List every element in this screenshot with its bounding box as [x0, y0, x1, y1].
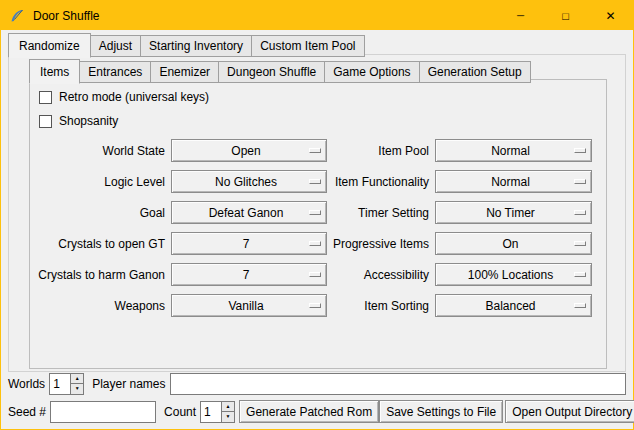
player-names-label: Player names [92, 377, 165, 391]
item-sorting-dropdown[interactable]: Balanced [435, 294, 592, 317]
worlds-spin-buttons: ▲ ▼ [70, 373, 84, 395]
app-window: Door Shuffle ─ □ ✕ Randomize Adjust Star… [0, 0, 634, 430]
client-area: Randomize Adjust Starting Inventory Cust… [1, 30, 633, 429]
timer-setting-dropdown[interactable]: No Timer [435, 201, 592, 224]
item-pool-label: Item Pool [327, 144, 435, 158]
weapons-dropdown[interactable]: Vanilla [171, 294, 327, 317]
timer-setting-value: No Timer [486, 206, 541, 220]
retro-mode-label: Retro mode (universal keys) [59, 90, 209, 104]
spin-up-icon[interactable]: ▲ [71, 374, 83, 384]
world-state-value: Open [231, 144, 266, 158]
spin-down-icon[interactable]: ▼ [71, 383, 83, 394]
save-settings-button[interactable]: Save Settings to File [379, 400, 503, 423]
item-pool-dropdown[interactable]: Normal [435, 139, 592, 162]
maximize-icon: □ [562, 10, 569, 22]
crystals-ganon-value: 7 [243, 268, 256, 282]
bottom-bar: Worlds ▲ ▼ Player names Seed # Count [8, 372, 626, 423]
retro-mode-checkbox[interactable] [39, 91, 52, 104]
tab-entrances[interactable]: Entrances [79, 61, 151, 83]
randomize-panel: Items Entrances Enemizer Dungeon Shuffle… [8, 54, 626, 372]
seed-input[interactable] [50, 401, 156, 423]
accessibility-dropdown[interactable]: 100% Locations [435, 263, 592, 286]
accessibility-value: 100% Locations [468, 268, 559, 282]
dropdown-indicator-icon [309, 210, 321, 215]
dropdown-indicator-icon [309, 241, 321, 246]
tab-starting-inventory[interactable]: Starting Inventory [140, 35, 252, 57]
tab-generation-setup[interactable]: Generation Setup [419, 61, 531, 83]
crystals-gt-value: 7 [243, 237, 256, 251]
goal-label: Goal [30, 206, 171, 220]
open-output-button[interactable]: Open Output Directory [505, 400, 634, 423]
goal-dropdown[interactable]: Defeat Ganon [171, 201, 327, 224]
shopsanity-checkbox[interactable] [39, 115, 52, 128]
crystals-ganon-dropdown[interactable]: 7 [171, 263, 327, 286]
dropdown-indicator-icon [574, 148, 586, 153]
worlds-label: Worlds [8, 377, 45, 391]
options-grid: World State Open Item Pool Normal Logic … [30, 135, 606, 321]
shopsanity-row: Shopsanity [39, 111, 606, 131]
logic-level-value: No Glitches [215, 175, 283, 189]
item-functionality-value: Normal [491, 175, 536, 189]
tab-enemizer[interactable]: Enemizer [150, 61, 219, 83]
progressive-items-dropdown[interactable]: On [435, 232, 592, 255]
spin-up-icon[interactable]: ▲ [222, 402, 234, 412]
item-pool-value: Normal [491, 144, 536, 158]
item-functionality-label: Item Functionality [327, 175, 435, 189]
weapons-label: Weapons [30, 299, 171, 313]
tab-adjust[interactable]: Adjust [90, 35, 141, 57]
tab-game-options[interactable]: Game Options [324, 61, 419, 83]
titlebar[interactable]: Door Shuffle ─ □ ✕ [1, 1, 633, 30]
dropdown-indicator-icon [574, 272, 586, 277]
tab-dungeon-shuffle[interactable]: Dungeon Shuffle [218, 61, 325, 83]
worlds-row: Worlds ▲ ▼ Player names [8, 372, 626, 395]
generate-button[interactable]: Generate Patched Rom [239, 400, 379, 423]
seed-row: Seed # Count ▲ ▼ Generate Patched Rom Sa… [8, 400, 626, 423]
dropdown-indicator-icon [309, 179, 321, 184]
count-input[interactable] [200, 401, 221, 423]
maximize-button[interactable]: □ [543, 1, 588, 30]
player-names-input[interactable] [170, 373, 627, 395]
close-button[interactable]: ✕ [588, 1, 633, 30]
progressive-items-label: Progressive Items [327, 237, 435, 251]
minimize-button[interactable]: ─ [498, 1, 543, 30]
crystals-ganon-label: Crystals to harm Ganon [30, 268, 171, 282]
item-functionality-dropdown[interactable]: Normal [435, 170, 592, 193]
app-icon[interactable] [9, 8, 25, 24]
dropdown-indicator-icon [574, 303, 586, 308]
shopsanity-label: Shopsanity [59, 114, 118, 128]
dropdown-indicator-icon [309, 148, 321, 153]
dropdown-indicator-icon [309, 303, 321, 308]
progressive-items-value: On [502, 237, 524, 251]
retro-mode-row: Retro mode (universal keys) [39, 87, 606, 107]
count-spin-buttons: ▲ ▼ [221, 401, 235, 423]
item-sorting-label: Item Sorting [327, 299, 435, 313]
weapons-value: Vanilla [228, 299, 269, 313]
crystals-gt-dropdown[interactable]: 7 [171, 232, 327, 255]
items-panel: Retro mode (universal keys) Shopsanity W… [29, 79, 607, 369]
dropdown-indicator-icon [574, 241, 586, 246]
item-sorting-value: Balanced [485, 299, 541, 313]
world-state-label: World State [30, 144, 171, 158]
count-spinbox: ▲ ▼ [200, 401, 235, 423]
count-label: Count [164, 405, 196, 419]
spin-down-icon[interactable]: ▼ [222, 411, 234, 422]
tab-randomize[interactable]: Randomize [8, 33, 91, 58]
worlds-spinbox: ▲ ▼ [49, 373, 84, 395]
tab-custom-item-pool[interactable]: Custom Item Pool [251, 35, 364, 57]
sub-tab-bar: Items Entrances Enemizer Dungeon Shuffle… [29, 59, 530, 83]
seed-label: Seed # [8, 405, 46, 419]
logic-level-dropdown[interactable]: No Glitches [171, 170, 327, 193]
world-state-dropdown[interactable]: Open [171, 139, 327, 162]
goal-value: Defeat Ganon [209, 206, 290, 220]
minimize-icon: ─ [517, 10, 524, 21]
logic-level-label: Logic Level [30, 175, 171, 189]
timer-setting-label: Timer Setting [327, 206, 435, 220]
window-controls: ─ □ ✕ [498, 1, 633, 30]
worlds-input[interactable] [49, 373, 70, 395]
main-tab-bar: Randomize Adjust Starting Inventory Cust… [8, 33, 364, 57]
dropdown-indicator-icon [574, 210, 586, 215]
accessibility-label: Accessibility [327, 268, 435, 282]
tab-items[interactable]: Items [29, 59, 80, 84]
crystals-gt-label: Crystals to open GT [30, 237, 171, 251]
close-icon: ✕ [605, 9, 615, 23]
